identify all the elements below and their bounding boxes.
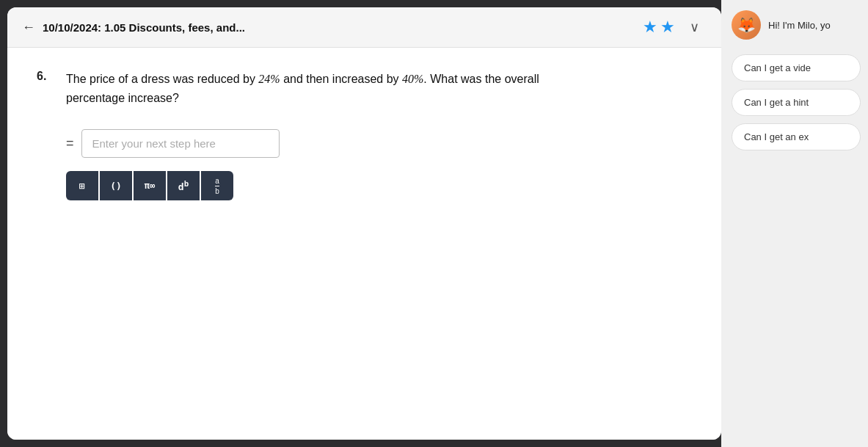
page-title: 10/10/2024: 1.05 Discounts, fees, and... xyxy=(43,21,635,34)
parens-icon: () xyxy=(110,181,122,192)
matrix-button[interactable]: ⊞ xyxy=(66,171,98,200)
video-help-button[interactable]: Can I get a vide xyxy=(732,54,861,81)
milo-header: 🦊 Hi! I'm Milo, yo xyxy=(732,10,868,40)
milo-greeting: Hi! I'm Milo, yo xyxy=(768,20,831,31)
step-input[interactable] xyxy=(81,129,280,158)
hint-help-button[interactable]: Can I get a hint xyxy=(732,89,861,116)
back-arrow-icon: ← xyxy=(22,20,35,35)
example-help-label: Can I get an ex xyxy=(744,131,809,142)
right-panel: 🦊 Hi! I'm Milo, yo Can I get a vide Can … xyxy=(721,0,868,447)
fraction-icon: a b xyxy=(215,177,219,195)
header: ← 10/10/2024: 1.05 Discounts, fees, and.… xyxy=(7,7,721,48)
question-row: 6. The price of a dress was reduced by 2… xyxy=(37,70,692,107)
question-text-part1: The price of a dress was reduced by 24% … xyxy=(66,73,539,104)
pi-infinity-button[interactable]: π∞ xyxy=(134,171,166,200)
power-icon: db xyxy=(178,179,189,192)
content-area: 6. The price of a dress was reduced by 2… xyxy=(7,48,721,440)
hint-help-label: Can I get a hint xyxy=(744,97,809,108)
star-icon-2[interactable]: ★ xyxy=(660,18,675,37)
power-button[interactable]: db xyxy=(167,171,200,200)
video-help-label: Can I get a vide xyxy=(744,62,811,73)
equals-label: = xyxy=(66,136,74,151)
chevron-down-button[interactable]: ∨ xyxy=(690,19,699,35)
input-row: = xyxy=(66,129,692,158)
pi-infinity-icon: π∞ xyxy=(145,181,155,191)
example-help-button[interactable]: Can I get an ex xyxy=(732,123,861,150)
matrix-icon: ⊞ xyxy=(79,181,85,192)
parentheses-button[interactable]: () xyxy=(100,171,132,200)
stars-container: ★ ★ xyxy=(643,18,675,37)
milo-avatar: 🦊 xyxy=(732,10,761,40)
fraction-button[interactable]: a b xyxy=(201,171,233,200)
back-button[interactable]: ← xyxy=(22,20,35,35)
question-text: The price of a dress was reduced by 24% … xyxy=(66,70,565,107)
question-number: 6. xyxy=(37,70,54,107)
main-panel: ← 10/10/2024: 1.05 Discounts, fees, and.… xyxy=(7,7,721,440)
math-toolbar: ⊞ () π∞ db a b xyxy=(66,171,692,200)
star-icon-1[interactable]: ★ xyxy=(643,18,657,37)
